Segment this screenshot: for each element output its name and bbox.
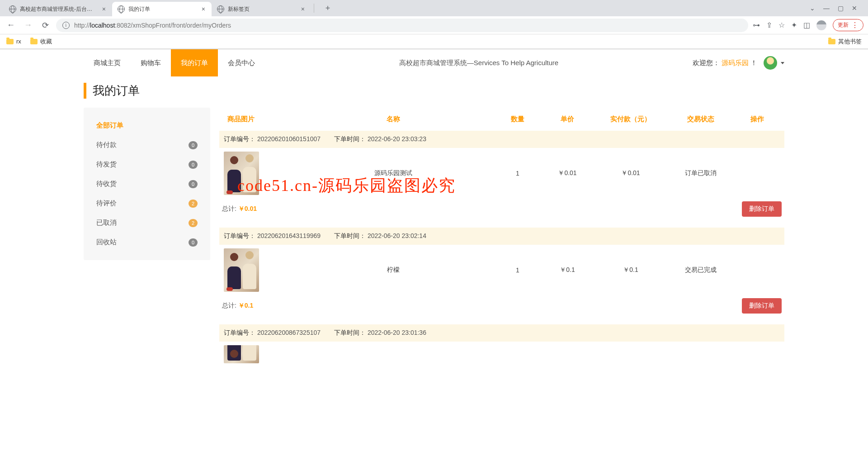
update-button[interactable]: 更新 ⋮ bbox=[833, 19, 863, 31]
address-bar-right: ⊶ ⇪ ☆ ✦ ◫ 更新 ⋮ bbox=[753, 19, 863, 31]
product-paid: ￥0.01 bbox=[594, 169, 667, 177]
sidebar: 全部订单 待付款 0 待发货 0 待收货 0 待评价 2 已取消 2 回收站 0 bbox=[84, 108, 210, 260]
browser-tab-2[interactable]: 新标签页 × bbox=[212, 2, 311, 16]
star-icon[interactable]: ☆ bbox=[778, 21, 785, 29]
update-label: 更新 bbox=[838, 21, 849, 29]
page-title-wrap: 我的订单 bbox=[0, 76, 868, 108]
url-text: http://localhost:8082/xmShopFront/front/… bbox=[74, 22, 742, 29]
new-tab-button[interactable]: + bbox=[321, 2, 334, 14]
globe-icon bbox=[9, 5, 16, 13]
count-badge: 0 bbox=[189, 161, 198, 169]
content: 全部订单 待付款 0 待发货 0 待收货 0 待评价 2 已取消 2 回收站 0… bbox=[0, 108, 868, 392]
product-image[interactable] bbox=[224, 152, 259, 195]
other-bookmarks[interactable]: 其他书签 bbox=[828, 38, 862, 46]
order-no: 202206200867325107 bbox=[257, 329, 321, 336]
extensions-icon[interactable]: ✦ bbox=[791, 21, 797, 29]
reload-button[interactable]: ⟳ bbox=[39, 19, 52, 32]
forward-button[interactable]: → bbox=[22, 19, 34, 32]
welcome-suffix: ！ bbox=[750, 59, 757, 67]
nav-item-home[interactable]: 商城主页 bbox=[84, 49, 131, 76]
address-bar: ← → ⟳ i http://localhost:8082/xmShopFron… bbox=[0, 16, 868, 34]
order-block: 订单编号： 202206200867325107 下单时间： 2022-06-2… bbox=[219, 324, 784, 363]
order-time-label: 下单时间： bbox=[334, 135, 366, 143]
site-nav: 商城主页 购物车 我的订单 会员中心 高校超市商城管理系统—Services T… bbox=[0, 49, 868, 76]
site-info-icon[interactable]: i bbox=[62, 22, 70, 29]
bookmark-label: 其他书签 bbox=[838, 38, 862, 46]
product-image[interactable] bbox=[224, 345, 259, 363]
sidebar-item-recycle[interactable]: 回收站 0 bbox=[84, 233, 210, 252]
count-badge: 0 bbox=[189, 180, 198, 188]
minimize-icon[interactable]: — bbox=[823, 5, 830, 12]
order-time: 2022-06-20 23:02:14 bbox=[368, 232, 426, 239]
globe-icon bbox=[217, 5, 224, 13]
share-icon[interactable]: ⇪ bbox=[766, 21, 772, 29]
order-time-label: 下单时间： bbox=[334, 232, 366, 239]
folder-icon bbox=[6, 39, 14, 44]
user-avatar-icon[interactable] bbox=[764, 56, 777, 70]
col-action: 操作 bbox=[735, 115, 780, 124]
kebab-icon: ⋮ bbox=[851, 22, 859, 29]
order-row: 柠檬 1 ￥0.1 ￥0.1 交易已完成 bbox=[219, 245, 784, 292]
sidebar-item-all[interactable]: 全部订单 bbox=[84, 116, 210, 135]
welcome-prefix: 欢迎您： bbox=[693, 59, 720, 67]
close-icon[interactable]: × bbox=[300, 5, 306, 13]
count-badge: 2 bbox=[189, 219, 198, 227]
order-total-row: 总计: ￥0.1 删除订单 bbox=[219, 292, 784, 314]
back-button[interactable]: ← bbox=[5, 19, 17, 32]
bookmark-bar: rx 收藏 其他书签 bbox=[0, 34, 868, 49]
user-area: 欢迎您： 源码乐园 ！ bbox=[693, 49, 784, 76]
browser-tab-0[interactable]: 高校超市商城管理系统-后台管理 × bbox=[4, 2, 112, 16]
product-qty: 1 bbox=[495, 266, 540, 274]
nav-item-cart[interactable]: 购物车 bbox=[131, 49, 171, 76]
col-qty: 数量 bbox=[495, 115, 540, 124]
sidebar-item-cancelled[interactable]: 已取消 2 bbox=[84, 213, 210, 233]
sidebar-item-pending-receive[interactable]: 待收货 0 bbox=[84, 174, 210, 194]
tab-bar: 高校超市商城管理系统-后台管理 × 我的订单 × 新标签页 × + ⌄ — ▢ … bbox=[0, 0, 868, 16]
side-panel-icon[interactable]: ◫ bbox=[803, 21, 810, 29]
delete-order-button[interactable]: 删除订单 bbox=[742, 201, 782, 217]
product-image[interactable] bbox=[224, 248, 259, 292]
order-meta: 订单编号： 202206201643119969 下单时间： 2022-06-2… bbox=[219, 228, 784, 245]
browser-tab-1[interactable]: 我的订单 × bbox=[112, 2, 212, 16]
nav-item-member[interactable]: 会员中心 bbox=[218, 49, 265, 76]
url-input[interactable]: i http://localhost:8082/xmShopFront/fron… bbox=[56, 19, 748, 32]
sidebar-item-label: 待发货 bbox=[96, 160, 117, 169]
order-status: 交易已完成 bbox=[667, 266, 735, 274]
order-total-row: 总计: ￥0.01 删除订单 bbox=[219, 195, 784, 217]
orders-header: 商品图片 名称 数量 单价 实付款（元） 交易状态 操作 bbox=[219, 108, 784, 131]
key-icon[interactable]: ⊶ bbox=[753, 21, 760, 29]
chevron-down-icon[interactable] bbox=[781, 62, 784, 64]
total-label: 总计: bbox=[222, 205, 236, 212]
delete-order-button[interactable]: 删除订单 bbox=[742, 298, 782, 314]
bookmark-item-rx[interactable]: rx bbox=[6, 38, 21, 45]
close-icon[interactable]: × bbox=[101, 5, 107, 13]
product-name: 源码乐园测试 bbox=[292, 169, 495, 177]
page-title: 我的订单 bbox=[84, 83, 784, 99]
nav-item-orders[interactable]: 我的订单 bbox=[171, 49, 218, 76]
count-badge: 0 bbox=[189, 238, 198, 247]
sidebar-item-pending-ship[interactable]: 待发货 0 bbox=[84, 155, 210, 174]
chevron-down-icon[interactable]: ⌄ bbox=[810, 5, 815, 12]
close-window-icon[interactable]: ✕ bbox=[852, 5, 857, 12]
close-icon[interactable]: × bbox=[201, 5, 206, 13]
count-badge: 2 bbox=[189, 200, 198, 208]
orders-main: 商品图片 名称 数量 单价 实付款（元） 交易状态 操作 订单编号： 20220… bbox=[219, 108, 784, 374]
globe-icon bbox=[118, 5, 125, 13]
sidebar-item-pending-review[interactable]: 待评价 2 bbox=[84, 194, 210, 213]
sidebar-item-pending-pay[interactable]: 待付款 0 bbox=[84, 135, 210, 155]
total-amount: ￥0.1 bbox=[238, 302, 253, 309]
sidebar-item-label: 全部订单 bbox=[96, 121, 123, 130]
username-link[interactable]: 源码乐园 bbox=[722, 59, 749, 67]
bookmark-item-favorites[interactable]: 收藏 bbox=[30, 38, 52, 46]
order-no-label: 订单编号： bbox=[224, 329, 255, 336]
count-badge: 0 bbox=[189, 141, 198, 149]
tab-title: 新标签页 bbox=[228, 5, 297, 13]
order-no-label: 订单编号： bbox=[224, 135, 255, 143]
tab-title: 高校超市商城管理系统-后台管理 bbox=[20, 5, 98, 13]
order-row: 源码乐园测试 1 ￥0.01 ￥0.01 订单已取消 bbox=[219, 148, 784, 195]
profile-avatar-icon[interactable] bbox=[816, 20, 826, 30]
total-amount: ￥0.01 bbox=[238, 205, 257, 212]
order-no: 202206201643119969 bbox=[257, 232, 321, 239]
col-paid: 实付款（元） bbox=[594, 115, 667, 124]
maximize-icon[interactable]: ▢ bbox=[838, 5, 844, 12]
